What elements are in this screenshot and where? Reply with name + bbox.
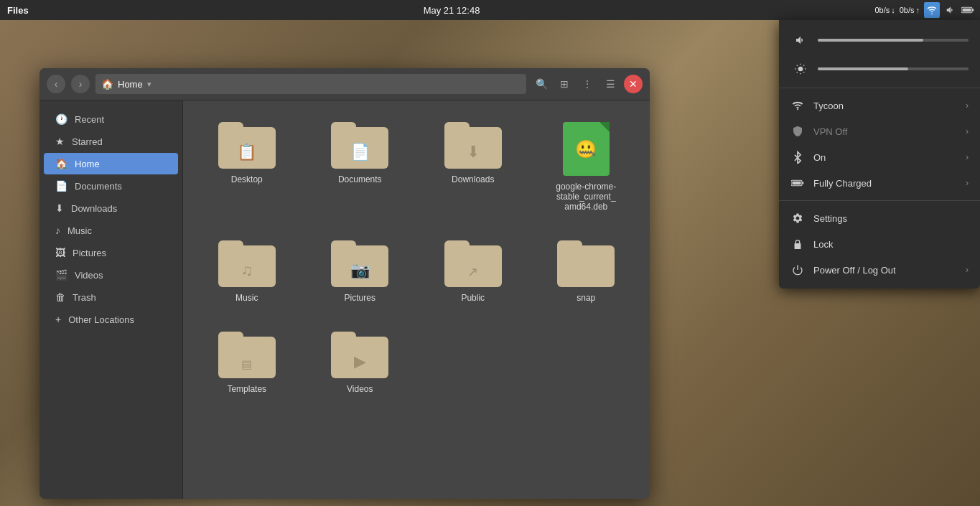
datetime: May 21 12:48 bbox=[29, 5, 875, 16]
file-item-music[interactable]: ♫ Music bbox=[197, 233, 297, 310]
tray-settings-item[interactable]: Settings bbox=[779, 205, 980, 231]
brightness-slider-fill bbox=[818, 67, 908, 70]
system-tray-popup: Tycoon › VPN Off › On › Fully bbox=[779, 20, 980, 289]
sidebar-item-documents[interactable]: 📄 Documents bbox=[44, 175, 178, 197]
zip-icon: 🤐 bbox=[575, 139, 597, 159]
nav-forward-button[interactable]: › bbox=[71, 75, 90, 93]
menu-button[interactable]: ☰ bbox=[601, 75, 620, 93]
folder-icon-snap bbox=[557, 240, 615, 287]
speaker-tray-icon bbox=[795, 34, 806, 46]
svg-line-12 bbox=[803, 65, 804, 66]
files-window: ‹ › 🏠 Home ▾ 🔍 ⊞ ⋮ ☰ ✕ 🕐 Recent ★ Starre… bbox=[39, 68, 650, 499]
tray-power-item[interactable]: Power Off / Log Out › bbox=[779, 257, 980, 283]
sort-button[interactable]: ⋮ bbox=[578, 75, 597, 93]
view-toggle-button[interactable]: ⊞ bbox=[555, 75, 574, 93]
volume-row[interactable] bbox=[779, 26, 980, 55]
tray-lock-icon bbox=[790, 237, 805, 251]
sidebar-item-home[interactable]: 🏠 Home bbox=[44, 153, 178, 174]
sidebar-label-starred: Starred bbox=[72, 136, 103, 147]
tray-power-chevron: › bbox=[966, 265, 969, 275]
volume-icon bbox=[790, 30, 811, 50]
gear-tray-icon bbox=[792, 212, 803, 224]
vpn-tray-icon bbox=[792, 126, 803, 137]
sidebar-item-music[interactable]: ♪ Music bbox=[44, 220, 178, 241]
starred-icon: ★ bbox=[55, 136, 65, 147]
volume-slider[interactable] bbox=[818, 39, 969, 42]
folder-icon-documents: 📄 bbox=[331, 122, 388, 169]
svg-rect-15 bbox=[793, 182, 801, 185]
volume-slider-fill bbox=[818, 39, 923, 42]
tray-lock-item[interactable]: Lock bbox=[779, 231, 980, 257]
wifi-tray-icon bbox=[792, 100, 803, 111]
sun-tray-icon bbox=[795, 63, 806, 75]
tray-wifi-item[interactable]: Tycoon › bbox=[779, 93, 980, 118]
location-bar[interactable]: 🏠 Home ▾ bbox=[95, 74, 526, 94]
tray-vpn-label: VPN Off bbox=[813, 126, 957, 137]
search-button[interactable]: 🔍 bbox=[532, 75, 551, 93]
file-item-templates[interactable]: ▤ Templates bbox=[197, 324, 297, 401]
sidebar-item-starred[interactable]: ★ Starred bbox=[44, 131, 178, 152]
sidebar-label-recent: Recent bbox=[75, 114, 104, 125]
file-label-snap: snap bbox=[577, 293, 595, 303]
folder-icon-music: ♫ bbox=[218, 240, 276, 287]
battery-tray-icon bbox=[791, 178, 804, 188]
brightness-icon bbox=[790, 59, 811, 79]
sidebar-item-trash[interactable]: 🗑 Trash bbox=[44, 286, 178, 308]
tray-power-label: Power Off / Log Out bbox=[813, 265, 957, 276]
file-label-public: Public bbox=[461, 293, 485, 303]
sidebar-item-recent[interactable]: 🕐 Recent bbox=[44, 108, 178, 130]
sidebar-label-trash: Trash bbox=[73, 292, 96, 303]
music-icon: ♪ bbox=[55, 225, 60, 236]
file-item-documents[interactable]: 📄 Documents bbox=[311, 115, 410, 219]
folder-icon-templates: ▤ bbox=[218, 332, 276, 378]
net-download-stat: 0b/s ↓ bbox=[874, 6, 895, 14]
templates-folder-inner-icon: ▤ bbox=[241, 357, 252, 371]
battery-indicator[interactable] bbox=[961, 4, 974, 17]
svg-rect-17 bbox=[795, 243, 801, 249]
file-item-public[interactable]: ↗ Public bbox=[424, 233, 523, 310]
brightness-row[interactable] bbox=[779, 55, 980, 83]
tray-vpn-chevron: › bbox=[966, 126, 969, 136]
tray-settings-icon bbox=[790, 211, 805, 225]
desktop-folder-inner-icon: 📋 bbox=[237, 143, 256, 161]
sound-indicator[interactable] bbox=[944, 4, 957, 17]
svg-point-13 bbox=[797, 108, 798, 110]
net-down-value: 0b/s bbox=[874, 6, 890, 14]
file-item-pictures[interactable]: 📷 Pictures bbox=[311, 233, 410, 310]
sidebar-item-pictures[interactable]: 🖼 Pictures bbox=[44, 242, 178, 263]
wifi-indicator[interactable] bbox=[924, 2, 940, 18]
close-button[interactable]: ✕ bbox=[624, 75, 643, 93]
tray-battery-item[interactable]: Fully Charged › bbox=[779, 170, 980, 196]
topbar: Files May 21 12:48 0b/s ↓ 0b/s ↑ bbox=[0, 0, 980, 20]
sidebar-label-pictures: Pictures bbox=[73, 248, 106, 258]
sidebar-item-downloads[interactable]: ⬇ Downloads bbox=[44, 197, 178, 219]
tray-bluetooth-chevron: › bbox=[966, 152, 969, 162]
svg-rect-3 bbox=[972, 9, 974, 11]
sidebar-item-videos[interactable]: 🎬 Videos bbox=[44, 264, 178, 286]
file-label-templates: Templates bbox=[227, 384, 266, 394]
brightness-slider[interactable] bbox=[818, 67, 969, 70]
file-item-chrome-deb[interactable]: 🤐 google-chrome-stable_current_amd64.deb bbox=[537, 115, 636, 219]
sidebar-label-videos: Videos bbox=[75, 270, 103, 281]
svg-point-0 bbox=[931, 13, 933, 14]
documents-icon: 📄 bbox=[55, 180, 67, 192]
tray-vpn-item[interactable]: VPN Off › bbox=[779, 118, 980, 144]
home-icon: 🏠 bbox=[101, 78, 113, 90]
sidebar-item-other-locations[interactable]: + Other Locations bbox=[44, 309, 178, 330]
videos-icon: 🎬 bbox=[55, 269, 67, 281]
tray-battery-label: Fully Charged bbox=[813, 178, 957, 189]
svg-line-7 bbox=[797, 65, 798, 66]
home-sidebar-icon: 🏠 bbox=[55, 158, 67, 169]
file-item-desktop[interactable]: 📋 Desktop bbox=[197, 115, 297, 219]
nav-back-button[interactable]: ‹ bbox=[47, 75, 65, 93]
down-arrow-icon: ↓ bbox=[891, 6, 895, 14]
file-item-downloads[interactable]: ⬇ Downloads bbox=[424, 115, 523, 219]
window-titlebar: ‹ › 🏠 Home ▾ 🔍 ⊞ ⋮ ☰ ✕ bbox=[39, 68, 650, 100]
file-item-videos[interactable]: ▶ Videos bbox=[311, 324, 410, 401]
videos-folder-inner-icon: ▶ bbox=[354, 352, 366, 371]
tray-bluetooth-item[interactable]: On › bbox=[779, 144, 980, 170]
file-item-snap[interactable]: snap bbox=[537, 233, 636, 310]
tray-lock-label: Lock bbox=[813, 239, 969, 250]
folder-icon-pictures: 📷 bbox=[331, 240, 388, 287]
bluetooth-tray-icon bbox=[793, 151, 803, 164]
